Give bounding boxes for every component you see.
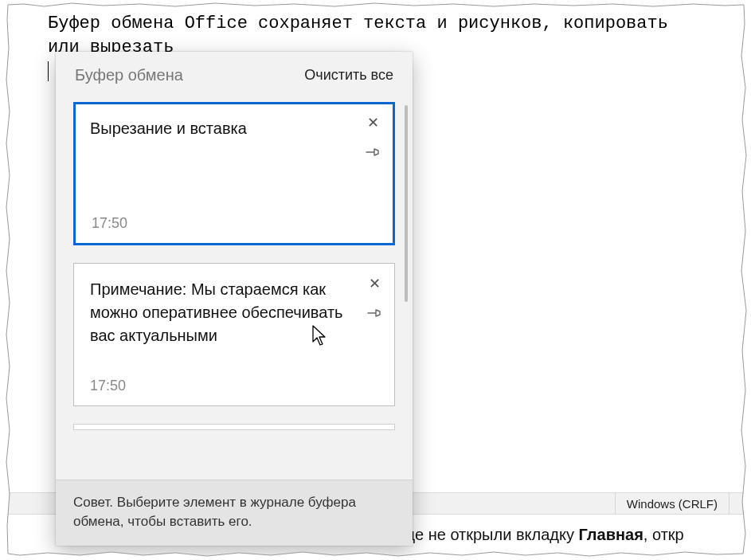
clipboard-item-time: 17:50 [92, 215, 127, 232]
clipboard-item[interactable]: Примечание: Мы стараемся как можно опера… [73, 263, 395, 406]
clipboard-tip-text: Совет. Выберите элемент в журнале буфера… [73, 495, 356, 529]
document-top-line: Буфер обмена Office сохраняет текста и р… [48, 14, 668, 57]
clipboard-item-text: Вырезание и вставка [90, 117, 351, 140]
clipboard-item-pin-button[interactable] [366, 305, 383, 323]
clipboard-header: Буфер обмена Очистить все [56, 52, 413, 102]
clipboard-item-pin-button[interactable] [364, 144, 381, 162]
clear-all-button[interactable]: Очистить все [304, 67, 393, 84]
clipboard-item-text: Примечание: Мы стараемся как можно опера… [90, 278, 351, 347]
clipboard-history-popup: Буфер обмена Очистить все Вырезание и вс… [56, 52, 413, 546]
clipboard-item-peek[interactable] [73, 424, 395, 430]
clipboard-footer-tip: Совет. Выберите элемент в журнале буфера… [56, 480, 413, 546]
pin-icon [367, 307, 381, 321]
clipboard-item-delete-button[interactable]: ✕ [366, 275, 383, 292]
status-bar-right-edge [729, 493, 738, 514]
close-icon: ✕ [367, 114, 379, 131]
clipboard-title: Буфер обмена [75, 66, 183, 84]
clipboard-item-time: 17:50 [90, 378, 126, 394]
pin-icon [366, 147, 380, 160]
status-line-ending[interactable]: Windows (CRLF) [615, 493, 729, 514]
clipboard-scrollbar[interactable] [405, 105, 408, 302]
clipboard-item[interactable]: Вырезание и вставка 17:50 ✕ [73, 102, 395, 245]
status-line-ending-label: Windows (CRLF) [627, 497, 718, 511]
clipboard-item-delete-button[interactable]: ✕ [364, 114, 381, 131]
bottom-text-bold: Главная [578, 526, 643, 543]
close-icon: ✕ [369, 275, 381, 292]
clipboard-items-list: Вырезание и вставка 17:50 ✕ Примечание: … [56, 102, 413, 480]
text-caret [48, 61, 49, 81]
bottom-text-after-bold: , откр [643, 526, 684, 543]
